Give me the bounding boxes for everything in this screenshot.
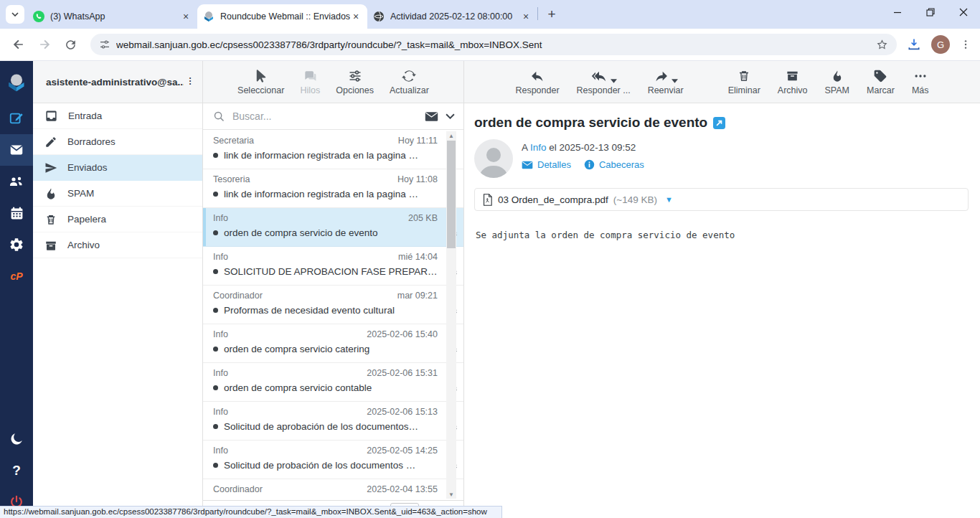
- message-row[interactable]: Info 2025-02-05 14:25 Solicitud de proba…: [203, 441, 463, 479]
- folder-enviados[interactable]: Enviados: [33, 155, 202, 181]
- message-sender: Coordinador: [213, 484, 367, 494]
- tab-whatsapp[interactable]: (3) WhatsApp ×: [27, 4, 197, 29]
- scrollbar-thumb[interactable]: [447, 141, 456, 248]
- header-links: Detalles Cabeceras: [522, 159, 644, 170]
- folder-archivo[interactable]: Archivo: [33, 232, 202, 258]
- message-date: 2025-02-06 15:13: [367, 407, 438, 417]
- tab-roundcube[interactable]: Roundcube Webmail :: Enviados ×: [197, 4, 367, 29]
- message-row[interactable]: Info 2025-02-06 15:40 orden de compra se…: [203, 324, 463, 363]
- details-link[interactable]: Detalles: [522, 159, 571, 170]
- tab-actividad[interactable]: Actividad 2025-02-12 08:00:00 ×: [367, 4, 537, 29]
- message-sender: Info: [213, 329, 367, 339]
- url-text[interactable]: webmail.sanjuan.gob.ec/cpsess0023387786/…: [116, 39, 870, 50]
- calendar-nav-button[interactable]: [0, 197, 33, 229]
- account-menu-icon[interactable]: ⁝: [184, 76, 197, 88]
- message-row[interactable]: Info mié 14:04 SOLICITUD DE APROBACION F…: [203, 247, 463, 286]
- tab-close-icon[interactable]: ×: [180, 11, 192, 22]
- reply-all-icon: [590, 69, 608, 83]
- roundcube-app: cP ? asistente-administrativo@sa... ⁝ En…: [0, 61, 980, 518]
- account-header: asistente-administrativo@sa... ⁝: [33, 61, 202, 103]
- compose-button[interactable]: [0, 103, 33, 134]
- list-scrollbar[interactable]: ▲ ▼: [446, 131, 456, 499]
- archive-button[interactable]: Archivo: [778, 69, 808, 95]
- recipient-link[interactable]: Info: [530, 142, 547, 153]
- tab-separator: [537, 7, 538, 20]
- message-row[interactable]: Info 205 KB orden de compra servicio de …: [203, 208, 463, 247]
- message-row[interactable]: Coordinador mar 09:21 Proformas de neces…: [203, 286, 463, 324]
- more-dots-icon: [913, 69, 928, 83]
- unread-dot: [213, 463, 218, 468]
- back-button[interactable]: [9, 34, 29, 55]
- url-bar[interactable]: webmail.sanjuan.gob.ec/cpsess0023387786/…: [90, 34, 897, 55]
- cpanel-link[interactable]: cP: [0, 260, 33, 292]
- bookmark-star-icon[interactable]: [876, 39, 888, 51]
- message-subject: link de informacion registrada en la pag…: [224, 150, 438, 161]
- reply-all-button[interactable]: Responder ...: [577, 69, 631, 95]
- message-row[interactable]: Info 2025-02-06 15:31 orden de compra se…: [203, 363, 463, 402]
- open-in-new-window-icon[interactable]: [713, 117, 725, 129]
- refresh-button[interactable]: Actualizar: [390, 69, 429, 95]
- restore-button[interactable]: [914, 0, 947, 24]
- folder-entrada[interactable]: Entrada: [33, 103, 202, 129]
- profile-avatar[interactable]: G: [931, 35, 950, 54]
- browser-menu-icon[interactable]: [960, 39, 971, 50]
- reply-button[interactable]: Responder: [515, 69, 559, 95]
- forward-button[interactable]: [34, 34, 55, 55]
- select-button[interactable]: Seleccionar: [237, 69, 284, 95]
- forward-button[interactable]: Reenviar: [648, 69, 684, 95]
- search-scope-mail-icon[interactable]: [425, 111, 438, 122]
- search-options-chevron-icon[interactable]: [446, 113, 455, 119]
- new-tab-button[interactable]: +: [542, 5, 561, 24]
- message-row[interactable]: Coordinador 2025-02-04 13:55: [203, 479, 463, 500]
- tab-close-icon[interactable]: ×: [350, 11, 362, 22]
- unread-dot: [213, 269, 218, 274]
- minimize-button[interactable]: [881, 0, 914, 24]
- reload-button[interactable]: [60, 34, 80, 55]
- tab-close-icon[interactable]: ×: [520, 11, 532, 22]
- threads-icon: [302, 69, 318, 83]
- message-row[interactable]: Tesoreria Hoy 11:08 link de informacion …: [203, 169, 463, 208]
- message-date: 2025-02-05 14:25: [367, 446, 438, 456]
- reply-all-caret-icon: [611, 79, 617, 83]
- more-button[interactable]: Más: [912, 69, 929, 95]
- scroll-up-icon[interactable]: ▲: [446, 131, 456, 140]
- tab-scroll-button[interactable]: [6, 5, 24, 24]
- headers-link[interactable]: Cabeceras: [584, 159, 644, 170]
- close-window-button[interactable]: [947, 0, 980, 24]
- tab-title: Roundcube Webmail :: Enviados: [220, 11, 350, 22]
- sliders-icon: [348, 69, 362, 83]
- search-bar[interactable]: Buscar...: [203, 103, 463, 130]
- message-row[interactable]: Info 2025-02-06 15:13 Solicitud de aprob…: [203, 402, 463, 441]
- options-button[interactable]: Opciones: [336, 69, 374, 95]
- dark-mode-button[interactable]: [0, 423, 33, 455]
- message-sender: Info: [213, 368, 367, 378]
- attachment-row[interactable]: 03 Orden_de_compra.pdf (~149 KB) ▼: [474, 188, 969, 211]
- downloads-icon[interactable]: [907, 37, 921, 52]
- search-input[interactable]: Buscar...: [232, 110, 418, 122]
- message-sender: Info: [213, 213, 408, 223]
- message-date: Hoy 11:11: [398, 136, 438, 146]
- mail-nav-button[interactable]: [0, 134, 33, 166]
- unread-dot: [213, 230, 218, 235]
- threads-button[interactable]: Hilos: [300, 69, 320, 95]
- person-icon: [474, 145, 513, 178]
- message-row[interactable]: Secretaria Hoy 11:11 link de informacion…: [203, 131, 463, 169]
- folder-borradores[interactable]: Borradores: [33, 129, 202, 155]
- contacts-nav-button[interactable]: [0, 166, 33, 197]
- mark-button[interactable]: Marcar: [867, 69, 895, 95]
- settings-nav-button[interactable]: [0, 229, 33, 260]
- browser-window: (3) WhatsApp × Roundcube Webmail :: Envi…: [0, 0, 980, 518]
- delete-button[interactable]: Eliminar: [728, 69, 760, 95]
- spam-button[interactable]: SPAM: [825, 69, 850, 95]
- message-subject: orden de compra servicio de evento: [224, 227, 438, 238]
- header-lines: A Info el 2025-02-13 09:52 Detalles Cabe…: [522, 139, 644, 178]
- attachment-name[interactable]: 03 Orden_de_compra.pdf: [498, 194, 608, 205]
- help-button[interactable]: ?: [0, 455, 33, 486]
- site-settings-icon[interactable]: [99, 39, 110, 50]
- window-controls: [881, 0, 980, 24]
- attachment-menu-caret-icon[interactable]: ▼: [665, 195, 673, 204]
- folder-spam[interactable]: SPAM: [33, 181, 202, 207]
- message-sender: Coordinador: [213, 291, 397, 301]
- folder-papelera[interactable]: Papelera: [33, 207, 202, 232]
- scroll-down-icon[interactable]: ▼: [446, 490, 456, 499]
